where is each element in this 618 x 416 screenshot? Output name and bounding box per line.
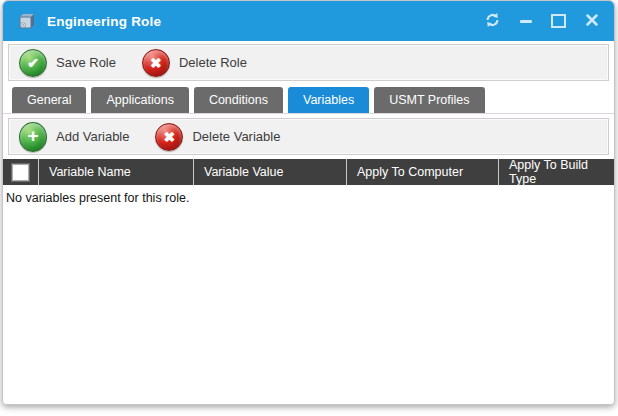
- column-header-apply-to-computer[interactable]: Apply To Computer: [347, 159, 499, 185]
- delete-variable-x-icon: ✖: [155, 123, 183, 151]
- window-title: Engineering Role: [47, 14, 161, 29]
- column-header-variable-name[interactable]: Variable Name: [39, 159, 194, 185]
- minimize-button[interactable]: [509, 1, 542, 41]
- save-check-icon: ✔: [19, 49, 47, 77]
- titlebar[interactable]: Engineering Role: [3, 1, 614, 41]
- delete-variable-label: Delete Variable: [192, 129, 280, 144]
- delete-role-button[interactable]: ✖ Delete Role: [142, 49, 247, 77]
- add-plus-icon: +: [19, 122, 47, 152]
- add-variable-label: Add Variable: [56, 129, 129, 144]
- tab-variables[interactable]: Variables: [288, 87, 369, 113]
- delete-x-icon: ✖: [142, 49, 170, 77]
- column-header-apply-to-build-type[interactable]: Apply To Build Type: [499, 159, 614, 185]
- maximize-button[interactable]: [542, 1, 575, 41]
- role-toolbar: ✔ Save Role ✖ Delete Role: [8, 44, 609, 81]
- window-controls: [476, 1, 614, 41]
- variables-table-body: No variables present for this role.: [3, 185, 614, 404]
- header-checkbox-cell: [3, 159, 39, 185]
- close-button[interactable]: [575, 1, 608, 41]
- app-icon: [16, 11, 38, 31]
- variables-toolbar: + Add Variable ✖ Delete Variable: [8, 118, 609, 155]
- refresh-icon: [484, 12, 501, 31]
- save-role-label: Save Role: [56, 55, 116, 70]
- column-header-variable-value[interactable]: Variable Value: [194, 159, 347, 185]
- engineering-role-window: Engineering Role: [2, 0, 615, 405]
- save-role-button[interactable]: ✔ Save Role: [19, 49, 116, 77]
- select-all-checkbox[interactable]: [12, 164, 29, 181]
- refresh-button[interactable]: [476, 1, 509, 41]
- empty-state-message: No variables present for this role.: [3, 185, 614, 205]
- close-icon: [586, 14, 598, 29]
- tab-panel-divider: [3, 113, 614, 114]
- add-variable-button[interactable]: + Add Variable: [19, 122, 129, 152]
- tab-usmt-profiles[interactable]: USMT Profiles: [374, 87, 484, 113]
- maximize-icon: [551, 14, 566, 28]
- tabstrip: General Applications Conditions Variable…: [8, 86, 609, 113]
- tab-general[interactable]: General: [12, 87, 86, 113]
- variables-table-header: Variable Name Variable Value Apply To Co…: [3, 159, 614, 185]
- tab-applications[interactable]: Applications: [91, 87, 188, 113]
- delete-role-label: Delete Role: [179, 55, 247, 70]
- delete-variable-button[interactable]: ✖ Delete Variable: [155, 123, 280, 151]
- minimize-icon: [520, 20, 532, 23]
- tab-conditions[interactable]: Conditions: [194, 87, 283, 113]
